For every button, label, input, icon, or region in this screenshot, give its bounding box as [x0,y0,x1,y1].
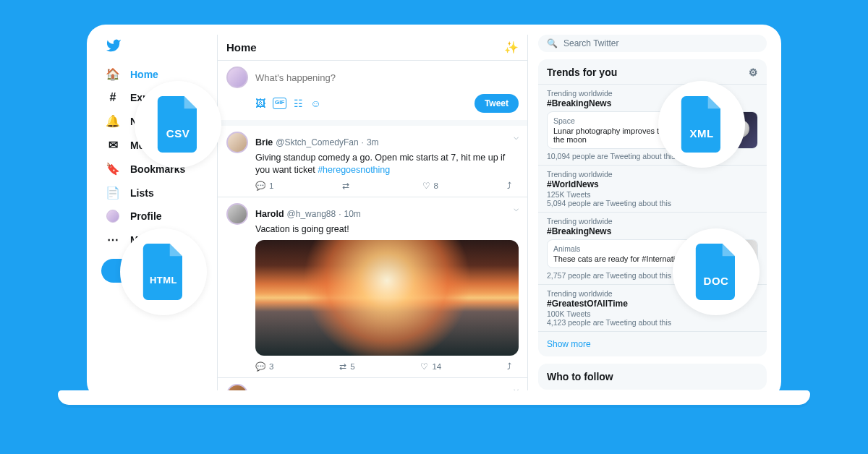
share-icon: ⤴ [507,181,511,190]
display-name[interactable]: Harold [255,209,284,219]
heart-icon: ♡ [420,361,428,372]
reply-button[interactable]: 💬3 [255,361,273,372]
timestamp: 3m [367,137,379,147]
retweet-icon: ⇄ [339,361,346,372]
trend-count: 125K Tweets [547,190,758,199]
hash-icon: # [106,91,120,104]
compose-tweet-button[interactable]: Tweet [475,94,519,113]
compose-input[interactable] [255,72,519,83]
more-icon: ⋯ [106,233,120,247]
home-icon: 🏠 [106,67,120,81]
search-icon: 🔍 [547,38,558,48]
emoji-icon[interactable]: ☺ [310,98,320,109]
share-button[interactable]: ⤴ [507,361,511,372]
csv-file-icon: CSV [135,81,221,168]
like-button[interactable]: ♡8 [422,181,438,191]
trend-item[interactable]: Trending worldwide #WorldNews 125K Tweet… [538,165,767,212]
mail-icon: ✉ [106,138,120,152]
tweet-text: Vacation is going great! [255,224,349,234]
chevron-down-icon[interactable]: ⌵ [514,132,519,153]
list-icon: 📄 [106,186,120,200]
bell-icon: 🔔 [106,114,120,128]
twitter-logo-icon[interactable] [106,38,211,56]
sidebar-item-label: Profile [130,210,162,222]
reply-icon: 💬 [255,361,265,372]
sidebar-item-label: Lists [130,187,154,199]
page-title: Home [226,41,257,53]
reply-icon: 💬 [255,181,265,191]
right-column: 🔍 Search Twitter Trends for you ⚙ Trendi… [528,35,767,390]
trend-stat: 5,094 people are Tweeting about this [547,199,758,207]
retweet-button[interactable]: ⇄ [342,181,353,191]
doc-file-icon: DOC [673,228,760,315]
sparkle-icon[interactable]: ✨ [504,40,519,54]
tweet[interactable]: Harold @h_wang88 · 10m ⌵ Vacation is goi… [218,197,527,378]
html-file-icon: HTML [120,228,207,315]
heart-icon: ♡ [422,181,430,191]
who-to-follow-title: Who to follow [538,364,767,390]
like-button[interactable]: ♡14 [420,361,441,372]
twitter-app: 🏠 Home # Explore 🔔 Notifications ✉ Messa… [87,25,781,401]
avatar[interactable] [226,132,248,153]
profile-icon [106,210,120,223]
avatar[interactable] [226,203,248,225]
trend-context: Trending worldwide [547,170,758,179]
compose-box: 🖼 GIF ☷ ☺ Tweet [218,61,527,126]
reply-button[interactable]: 💬1 [255,181,273,191]
retweet-icon: ⇄ [342,181,349,191]
sidebar-item-label: Home [130,69,158,80]
search-input[interactable]: 🔍 Search Twitter [538,35,767,52]
laptop-base [58,390,810,405]
hashtag-link[interactable]: #heregoesnothing [318,165,390,175]
trends-title: Trends for you [547,67,617,78]
timeline: Home ✨ 🖼 GIF ☷ ☺ Tweet [217,35,528,390]
sidebar-item-home[interactable]: 🏠 Home [101,62,211,86]
tweet[interactable]: Brie @Sktch_ComedyFan · 3m ⌵ Giving stan… [218,126,527,197]
share-button[interactable]: ⤴ [507,181,511,191]
trend-stat: 4,123 people are Tweeting about this [547,318,758,327]
handle[interactable]: @Sktch_ComedyFan [276,137,358,147]
gear-icon[interactable]: ⚙ [749,67,758,78]
poll-icon[interactable]: ☷ [294,98,303,109]
show-more-button[interactable]: Show more [538,331,767,356]
sidebar-item-lists[interactable]: 📄 Lists [101,181,211,205]
sidebar-item-profile[interactable]: Profile [101,205,211,228]
retweet-button[interactable]: ⇄5 [339,361,354,372]
chevron-down-icon[interactable]: ⌵ [514,203,519,225]
gif-icon[interactable]: GIF [273,98,286,109]
image-icon[interactable]: 🖼 [255,98,265,109]
trend-context: Trending worldwide [547,217,758,226]
handle[interactable]: @h_wang88 [287,209,336,219]
avatar[interactable] [226,67,248,88]
trend-tag[interactable]: #WorldNews [547,179,758,189]
xml-file-icon: XML [658,81,745,168]
share-icon: ⤴ [507,362,511,371]
bookmark-icon: 🔖 [106,162,120,176]
search-placeholder: Search Twitter [563,38,618,48]
display-name[interactable]: Brie [255,137,273,147]
tweet-photo[interactable] [255,240,519,356]
timestamp: 10m [344,209,361,219]
